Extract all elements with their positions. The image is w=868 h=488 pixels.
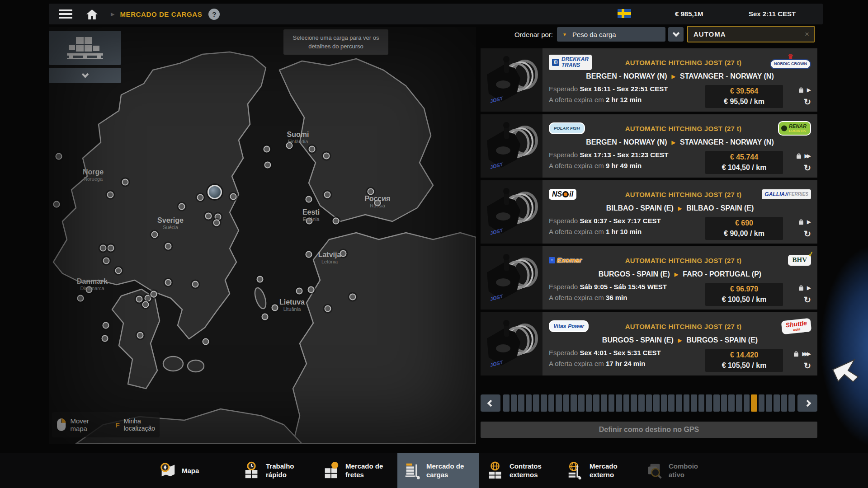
search-input[interactable] (688, 30, 805, 38)
page-square[interactable] (646, 394, 652, 412)
player-location-marker[interactable] (208, 185, 222, 199)
page-square[interactable] (609, 394, 615, 412)
map-country-label: LatvijaLetónia (318, 251, 341, 264)
route-arrow-icon: ▶ (678, 206, 682, 211)
offer-price-per-km: € 95,50 / km (709, 98, 779, 106)
nav-tab-map[interactable]: Mapa (153, 453, 225, 488)
sender-company-logo: DREKKARTRANS (549, 55, 592, 70)
page-square[interactable] (759, 394, 765, 412)
page-square[interactable] (601, 394, 607, 412)
nav-tab-cargo-market[interactable]: Mercado decargas (397, 453, 479, 488)
offer-price-per-km: € 105,50 / km (709, 361, 779, 370)
route-arrow-icon: ▶ (672, 74, 675, 80)
page-square[interactable] (661, 394, 667, 412)
cargo-offer-list: DREKKARTRANS AUTOMATIC HITCHING JOST (27… (481, 48, 817, 378)
map-panel[interactable]: NorgeNoruegaSverigeSuéciaSuomiFinlândiaE… (49, 27, 476, 444)
page-square[interactable] (526, 394, 532, 412)
next-page-button[interactable] (797, 394, 817, 412)
home-icon[interactable] (86, 9, 98, 20)
page-square[interactable] (698, 394, 705, 412)
page-square[interactable] (548, 394, 555, 412)
page-square[interactable] (713, 394, 720, 412)
recurring-route-icon: ↻ (804, 98, 811, 106)
page-square[interactable] (668, 394, 675, 412)
nav-tab-freight-market[interactable]: Mercado defretes (316, 453, 397, 488)
cargo-class-arrows-icon: ▶▶▶ (802, 351, 811, 357)
page-square[interactable] (586, 394, 592, 412)
chevron-right-icon (804, 399, 811, 407)
page-square[interactable] (706, 394, 712, 412)
cargo-offer-card[interactable]: POLAR FISH AUTOMATIC HITCHING JOST (27 t… (481, 114, 817, 178)
cargo-class-arrows-icon: ▶▶ (805, 153, 811, 159)
nav-tab-external-market[interactable]: Mercadoexterno (561, 453, 635, 488)
cargo-weight-icon (797, 284, 805, 292)
page-square[interactable] (728, 394, 735, 412)
prev-page-button[interactable] (481, 394, 500, 412)
menu-icon[interactable] (59, 8, 72, 20)
route: BILBAO - SPAIN (E)▶BILBAO - SPAIN (E) (549, 204, 811, 212)
page-square[interactable] (788, 394, 795, 412)
page-square[interactable] (616, 394, 622, 412)
page-square[interactable] (736, 394, 742, 412)
cargo-offer-card[interactable]: VitasPower AUTOMATIC HITCHING JOST (27 t… (481, 312, 817, 375)
breadcrumb-arrow-icon (111, 11, 114, 17)
page-square[interactable] (578, 394, 585, 412)
page-square[interactable] (766, 394, 772, 412)
page-square[interactable] (751, 394, 757, 412)
page-square[interactable] (676, 394, 682, 412)
page-square[interactable] (638, 394, 645, 412)
nav-tab-quick-job[interactable]: Trabalhorápido (237, 453, 314, 488)
page-square[interactable] (774, 394, 780, 412)
nav-tab-active-convoy[interactable]: Comboioativo (640, 453, 712, 488)
cargo-filter-button[interactable] (49, 31, 121, 65)
receiver-company-logo: Shuttlecola (781, 318, 811, 335)
cargo-thumbnail[interactable] (481, 114, 542, 178)
page-square[interactable] (503, 394, 509, 412)
cargo-thumbnail[interactable] (481, 180, 542, 244)
recurring-route-icon: ↻ (804, 296, 811, 304)
route: BURGOS - SPAIN (E)▶BURGOS - SPAIN (E) (549, 336, 811, 344)
cargo-thumbnail[interactable] (481, 48, 542, 112)
sort-dropdown-expand-button[interactable] (668, 27, 684, 42)
page-square[interactable] (518, 394, 524, 412)
map-country-label: РоссияRússia (365, 195, 391, 208)
page-square[interactable] (556, 394, 562, 412)
receiver-company-logo: GALLIAFERRIES (762, 189, 811, 200)
recurring-route-icon: ↻ (804, 230, 811, 238)
page-square[interactable] (593, 394, 599, 412)
offer-price-per-km: € 90,00 / km (709, 230, 779, 238)
page-square[interactable] (744, 394, 750, 412)
page-square[interactable] (631, 394, 637, 412)
route-arrow-icon: ▶ (678, 338, 682, 343)
breadcrumb: MERCADO DE CARGAS (120, 10, 202, 18)
price-box: € 45.744 € 104,50 / km (705, 151, 783, 174)
page-square[interactable] (684, 394, 690, 412)
page-square[interactable] (541, 394, 547, 412)
sender-company-logo: POLAR FISH (549, 122, 585, 134)
cargo-offer-card[interactable]: Exomar AUTOMATIC HITCHING JOST (27 t) BH… (481, 246, 817, 310)
sweden-flag-icon (618, 9, 631, 18)
cargo-thumbnail[interactable] (481, 246, 542, 310)
help-icon[interactable]: ? (208, 9, 220, 20)
cargo-weight-icon (795, 152, 803, 160)
route: BERGEN - NORWAY (N)▶STAVANGER - NORWAY (… (549, 72, 811, 80)
collapse-panel-button[interactable] (49, 68, 121, 83)
sort-dropdown[interactable]: Peso da carga (557, 27, 665, 42)
page-square[interactable] (571, 394, 577, 412)
page-square[interactable] (691, 394, 697, 412)
cargo-thumbnail[interactable] (481, 312, 542, 375)
set-gps-destination-button[interactable]: Definir como destino no GPS (481, 422, 817, 438)
cargo-offer-card[interactable]: DREKKARTRANS AUTOMATIC HITCHING JOST (27… (481, 48, 817, 112)
page-square[interactable] (563, 394, 570, 412)
page-square[interactable] (781, 394, 788, 412)
page-square[interactable] (511, 394, 517, 412)
page-square[interactable] (721, 394, 727, 412)
offer-times: Esperado Sáb 9:05 - Sáb 15:45 WEST A ofe… (549, 283, 705, 305)
nav-tab-external-contracts[interactable]: Contratosexternos (481, 453, 558, 488)
clear-search-icon[interactable]: × (805, 30, 814, 39)
page-square[interactable] (653, 394, 660, 412)
page-square[interactable] (623, 394, 630, 412)
cargo-offer-card[interactable]: NSil AUTOMATIC HITCHING JOST (27 t) GALL… (481, 180, 817, 244)
map-country-label: DanmarkDinamarca (77, 277, 108, 291)
page-square[interactable] (533, 394, 539, 412)
